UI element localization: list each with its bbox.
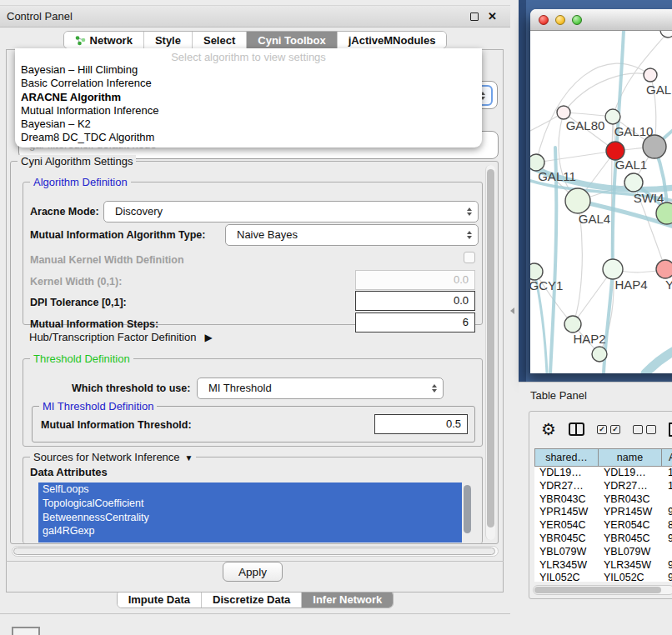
apply-button[interactable]: Apply <box>223 562 283 582</box>
split-columns-icon[interactable] <box>569 422 584 436</box>
table-cell[interactable]: 8. <box>663 519 672 532</box>
attribute-list-item[interactable]: BetweennessCentrality <box>38 511 462 525</box>
table-cell[interactable]: YLR345W <box>534 559 599 572</box>
float-icon[interactable] <box>470 12 479 21</box>
network-edge[interactable] <box>536 151 615 162</box>
network-edge[interactable] <box>564 73 650 112</box>
mi-algorithm-type-combo[interactable]: Naive Bayes <box>225 224 479 246</box>
algorithm-option[interactable]: Bayesian – K2 <box>15 118 482 131</box>
tab-jactivemnodules[interactable]: jActiveMNodules <box>337 32 447 48</box>
table-cell[interactable]: 13 <box>663 467 672 480</box>
table-column-header[interactable]: shared… <box>534 448 599 467</box>
network-window-titlebar[interactable] <box>530 9 672 31</box>
hub-transcription-factor-expander[interactable]: Hub/Transcription Factor Definition ▶ <box>29 331 213 343</box>
scrollbar-thumb[interactable] <box>487 169 494 528</box>
table-cell[interactable]: YBR045C <box>599 532 663 546</box>
table-row[interactable]: YIL052CYIL052C9 <box>534 572 672 582</box>
network-node-GAL10[interactable] <box>605 109 620 124</box>
algorithm-option[interactable]: Bayesian – Hill Climbing <box>15 63 482 77</box>
network-node-node-bottom[interactable] <box>592 347 607 362</box>
network-node-node-green-right[interactable] <box>656 202 672 224</box>
table-column-header[interactable]: A <box>661 448 672 467</box>
table-cell[interactable]: YBR045C <box>534 532 599 546</box>
mi-steps-field[interactable]: 6 <box>355 312 475 332</box>
table-cell[interactable]: YIL052C <box>534 572 599 582</box>
minimized-panel-icon[interactable] <box>12 627 40 635</box>
scrollbar-thumb[interactable] <box>534 587 661 593</box>
deselect-all-icon[interactable] <box>633 425 656 434</box>
tab-network[interactable]: Network <box>64 32 143 48</box>
tab-discretize-data[interactable]: Discretize Data <box>201 591 301 608</box>
network-node-GAL11[interactable] <box>530 154 544 171</box>
settings-horizontal-scrollbar[interactable] <box>12 546 499 557</box>
network-node-GAL4[interactable] <box>565 188 590 213</box>
tab-style[interactable]: Style <box>143 32 192 48</box>
network-node-node-pink-right[interactable] <box>656 260 672 278</box>
table-cell[interactable]: YPR145W <box>534 506 599 519</box>
which-threshold-combo[interactable]: MI Threshold <box>197 378 444 399</box>
data-attributes-list[interactable]: SelfLoopsTopologicalCoefficientBetweenne… <box>38 482 462 542</box>
table-cell[interactable] <box>663 546 672 559</box>
table-row[interactable]: YBR043CYBR043C <box>534 493 672 507</box>
manual-kernel-width-checkbox[interactable] <box>464 252 475 263</box>
table-horizontal-scrollbar[interactable] <box>533 585 672 595</box>
table-cell[interactable]: 9 <box>663 572 672 582</box>
network-canvas[interactable]: GAL80GALGAL10GAL1GAL11SWI4GAL4GCY1HAP4YH… <box>530 31 672 373</box>
algorithm-option[interactable]: Basic Correlation Inference <box>15 77 482 90</box>
sources-legend[interactable]: Sources for Network Inference▼ <box>30 451 196 463</box>
network-node-HAP4[interactable] <box>603 259 623 279</box>
table-cell[interactable]: YER054C <box>599 519 663 532</box>
network-node-SWI4[interactable] <box>624 173 643 192</box>
table-cell[interactable]: YER054C <box>534 519 599 532</box>
network-edge[interactable] <box>536 63 650 162</box>
table-cell[interactable]: YBL079W <box>534 546 599 559</box>
aracne-mode-combo[interactable]: Discovery <box>103 201 479 222</box>
table-row[interactable]: YBL079WYBL079W <box>534 546 672 559</box>
attribute-list-item[interactable]: SelfLoops <box>38 482 462 497</box>
table-cell[interactable]: 12 <box>663 480 672 493</box>
file-icon[interactable] <box>669 422 672 437</box>
table-cell[interactable]: YDR27… <box>534 480 599 493</box>
table-cell[interactable]: YBL079W <box>599 546 663 559</box>
close-icon[interactable]: ✕ <box>488 12 497 21</box>
table-cell[interactable]: YPR145W <box>599 506 663 519</box>
close-light-icon[interactable] <box>539 15 549 25</box>
table-cell[interactable]: YDR27… <box>599 480 663 493</box>
table-cell[interactable]: YIL052C <box>599 572 663 582</box>
gear-icon[interactable]: ⚙ <box>541 421 556 438</box>
table-row[interactable]: YER054CYER054C8. <box>534 519 672 532</box>
table-row[interactable]: YPR145WYPR145W9. <box>534 506 672 519</box>
table-row[interactable]: YBR045CYBR045C9. <box>534 532 672 546</box>
network-edge[interactable] <box>645 339 672 373</box>
panel-divider-handle[interactable] <box>510 308 514 314</box>
table-cell[interactable]: YBR043C <box>599 493 663 507</box>
table-column-header[interactable]: name <box>598 448 662 467</box>
mi-threshold-field[interactable]: 0.5 <box>374 414 468 434</box>
algorithm-option[interactable]: ARACNE Algorithm <box>15 91 482 104</box>
zoom-light-icon[interactable] <box>572 15 582 25</box>
table-cell[interactable]: YBR043C <box>534 493 599 507</box>
network-node-GAL-partial[interactable] <box>644 68 657 82</box>
network-node-node-gray[interactable] <box>643 135 666 158</box>
network-node-HAP2[interactable] <box>564 316 581 332</box>
algorithm-option[interactable]: Dream8 DC_TDC Algorithm <box>15 131 482 144</box>
table-row[interactable]: YDL19…YDL19…13 <box>534 467 672 480</box>
attribute-list-item[interactable]: gal4RGexp <box>38 524 462 538</box>
table-row[interactable]: YLR345WYLR345W9. <box>534 559 672 572</box>
dpi-tolerance-field[interactable]: 0.0 <box>355 291 475 311</box>
table-cell[interactable]: 9. <box>663 506 672 519</box>
network-node-node-top-arc[interactable] <box>660 31 672 38</box>
scrollbar-thumb[interactable] <box>13 548 495 555</box>
minimize-light-icon[interactable] <box>555 15 565 25</box>
algorithm-option[interactable]: Mutual Information Inference <box>15 104 482 118</box>
network-node-GAL80[interactable] <box>557 106 570 119</box>
kernel-width-field[interactable]: 0.0 <box>355 270 475 290</box>
scrollbar-thumb[interactable] <box>464 485 471 533</box>
attributes-list-scrollbar[interactable] <box>464 485 471 540</box>
table-cell[interactable] <box>663 493 672 507</box>
table-cell[interactable]: 9. <box>663 559 672 572</box>
table-cell[interactable]: YDL19… <box>599 467 663 480</box>
select-all-icon[interactable]: ✓ ✓ <box>597 425 620 434</box>
tab-cyni-toolbox[interactable]: Cyni Toolbox <box>246 32 336 48</box>
attribute-list-item[interactable]: TopologicalCoefficient <box>38 497 462 511</box>
